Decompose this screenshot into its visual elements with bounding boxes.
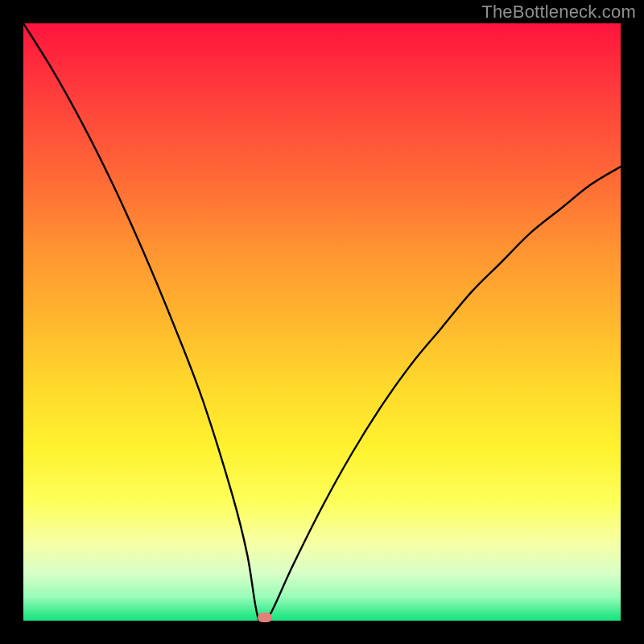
minimum-marker <box>258 613 272 622</box>
curve-svg <box>23 23 621 621</box>
curve-path <box>23 23 621 621</box>
watermark-text: TheBottleneck.com <box>481 2 636 23</box>
outer-frame: TheBottleneck.com <box>0 0 644 644</box>
plot-area <box>23 23 621 621</box>
